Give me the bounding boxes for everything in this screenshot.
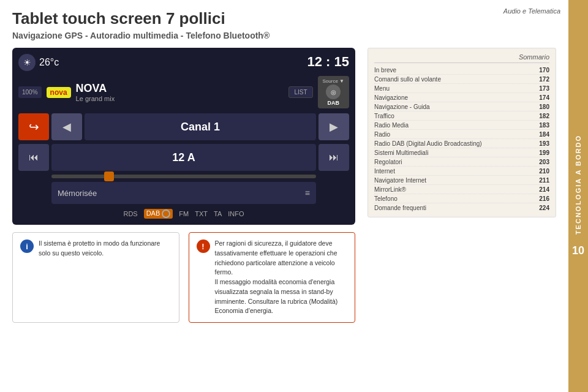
toc-row[interactable]: Radio184 [374, 130, 549, 139]
toc-item-label: Radio [374, 131, 390, 138]
temperature: 26°c [39, 57, 59, 68]
prev-channel-button[interactable]: ◀ [51, 113, 82, 140]
weather-icon: ☀ [18, 54, 36, 71]
clock-display: 12 : 15 [307, 54, 350, 70]
signal-strength: 100% [18, 86, 42, 98]
toc-row[interactable]: Sistemi Multimediali199 [374, 148, 549, 157]
toc-item-label: Domande frequenti [374, 205, 426, 211]
toc-row[interactable]: Internet210 [374, 167, 549, 176]
source-button[interactable]: Source ▼ ◎ DAB [318, 76, 350, 108]
toc-item-page: 183 [539, 122, 549, 129]
dab-button[interactable]: DAB [144, 209, 173, 219]
frequency-display: 12 A [51, 144, 316, 171]
radio-bottom-bar: RDS DAB FM TXT TA INFO [18, 209, 349, 219]
memorisee-icon: ≡ [305, 188, 310, 198]
toc-item-page: 210 [539, 168, 549, 175]
toc-row[interactable]: In breve170 [374, 66, 549, 75]
toc-item-page: 180 [539, 104, 549, 110]
right-column: Sommario In breve170Comandi sullo al vol… [368, 48, 556, 323]
info-box-2: ! Per ragioni di sicurezza, il guidatore… [189, 232, 356, 323]
toc-item-page: 199 [539, 149, 549, 156]
info-box-1: i Il sistema è protetto in modo da funzi… [12, 232, 179, 323]
page-subtitle: Navigazione GPS - Autoradio multimedia -… [12, 31, 556, 40]
info-text-1: Il sistema è protetto in modo da funzion… [39, 239, 172, 258]
toc-row[interactable]: Radio Media183 [374, 121, 549, 130]
next-channel-button[interactable]: ▶ [318, 113, 349, 140]
toc-item-page: 182 [539, 113, 549, 119]
info-text-2: Per ragioni di sicurezza, il guidatore d… [215, 239, 348, 316]
redirect-button[interactable]: ↪ [18, 113, 49, 140]
toc-title: Sommario [374, 53, 549, 63]
toc-row[interactable]: MirrorLink®214 [374, 185, 549, 194]
dab-label: DAB [328, 100, 340, 106]
station-row: 100% nova NOVA Le grand mix LIST Source … [18, 76, 349, 108]
frequency-row: ⏮ 12 A ⏭ [18, 144, 349, 171]
sidebar-chapter-number: 10 [572, 244, 584, 257]
toc-item-page: 203 [539, 159, 549, 165]
sidebar-vertical-text: TECNOLOGIA A BORDO [575, 135, 582, 235]
toc-item-label: MirrorLink® [374, 186, 406, 193]
list-button[interactable]: LIST [288, 86, 312, 98]
next-track-button[interactable]: ⏭ [318, 144, 349, 171]
page-title: Tablet touch screen 7 pollici [12, 9, 556, 28]
progress-track[interactable] [51, 175, 316, 178]
toc-item-label: Sistemi Multimediali [374, 149, 428, 156]
toc-item-page: 193 [539, 140, 549, 147]
ta-button[interactable]: TA [214, 210, 222, 217]
toc-item-label: Comandi sullo al volante [374, 76, 441, 83]
two-col-layout: ☀ 26°c 12 : 15 100% nova NOVA Le grand m… [12, 48, 556, 323]
prev-track-button[interactable]: ⏮ [18, 144, 49, 171]
toc-row[interactable]: Navigazione174 [374, 93, 549, 102]
toc-item-page: 172 [539, 76, 549, 83]
toc-item-page: 214 [539, 186, 549, 193]
fm-button[interactable]: FM [179, 210, 189, 217]
toc-item-page: 174 [539, 94, 549, 101]
toc-item-page: 211 [539, 177, 549, 184]
channel-display: Canal 1 [85, 113, 316, 140]
station-name: NOVA [76, 82, 284, 95]
warning-icon-2: ! [197, 239, 210, 253]
toc-row[interactable]: Telefono216 [374, 194, 549, 203]
txt-button[interactable]: TXT [195, 210, 208, 217]
toc-item-label: Navigazione [374, 94, 408, 101]
toc-item-label: Navigazione - Guida [374, 104, 430, 110]
toc-item-label: Traffico [374, 113, 394, 119]
radio-top-bar: ☀ 26°c 12 : 15 [18, 54, 349, 71]
toc-item-label: Regolatori [374, 159, 402, 165]
toc-container: Sommario In breve170Comandi sullo al vol… [368, 48, 556, 217]
toc-list: In breve170Comandi sullo al volante172Me… [374, 66, 549, 212]
toc-row[interactable]: Navigazione - Guida180 [374, 102, 549, 111]
toc-item-page: 224 [539, 205, 549, 211]
memorisee-label: Mémorisée [58, 189, 97, 198]
toc-row[interactable]: Navigatore Internet211 [374, 176, 549, 185]
station-logo: nova [47, 87, 71, 98]
source-icon: ◎ [326, 85, 341, 99]
dab-indicator [162, 209, 170, 218]
toc-item-label: Internet [374, 168, 395, 175]
main-content: Tablet touch screen 7 pollici Navigazion… [0, 0, 568, 392]
source-label: Source ▼ [323, 78, 345, 84]
toc-row[interactable]: Menu173 [374, 84, 549, 93]
weather-info: ☀ 26°c [18, 54, 59, 71]
station-info: NOVA Le grand mix [76, 82, 284, 102]
radio-screen: ☀ 26°c 12 : 15 100% nova NOVA Le grand m… [12, 48, 355, 225]
progress-thumb[interactable] [104, 172, 114, 181]
rds-button[interactable]: RDS [123, 210, 137, 217]
toc-item-label: Navigatore Internet [374, 177, 426, 184]
toc-item-page: 173 [539, 85, 549, 92]
toc-row[interactable]: Domande frequenti224 [374, 203, 549, 212]
channel-controls: ↪ ◀ Canal 1 ▶ [18, 113, 349, 140]
toc-item-label: Radio Media [374, 122, 409, 129]
info-button[interactable]: INFO [228, 210, 244, 217]
toc-row[interactable]: Radio DAB (Digital Audio Broadcasting)19… [374, 139, 549, 148]
toc-row[interactable]: Regolatori203 [374, 157, 549, 167]
info-icon-1: i [20, 239, 34, 253]
toc-item-page: 170 [539, 67, 549, 74]
toc-row[interactable]: Comandi sullo al volante172 [374, 75, 549, 84]
toc-row[interactable]: Traffico182 [374, 111, 549, 121]
toc-item-label: Radio DAB (Digital Audio Broadcasting) [374, 140, 482, 147]
left-column: ☀ 26°c 12 : 15 100% nova NOVA Le grand m… [12, 48, 355, 323]
info-boxes: i Il sistema è protetto in modo da funzi… [12, 232, 355, 323]
memorisee-box[interactable]: Mémorisée ≡ [51, 182, 316, 204]
toc-item-page: 184 [539, 131, 549, 138]
